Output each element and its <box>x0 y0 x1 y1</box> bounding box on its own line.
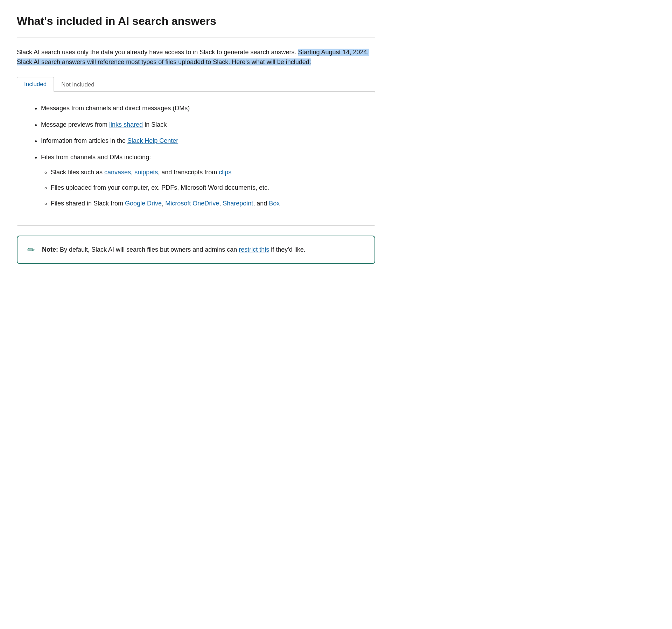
restrict-this-link[interactable]: restrict this <box>239 246 269 253</box>
note-body: By default, Slack AI will search files b… <box>58 246 239 253</box>
list-item: Message previews from links shared in Sl… <box>41 119 361 130</box>
note-label: Note: <box>42 246 58 253</box>
snippets-link[interactable]: snippets <box>134 169 158 176</box>
tab-content-area: Messages from channels and direct messag… <box>17 92 375 226</box>
clips-link[interactable]: clips <box>219 169 231 176</box>
item-text: Message previews from links shared in Sl… <box>41 121 167 128</box>
list-item: Messages from channels and direct messag… <box>41 103 361 114</box>
note-suffix: if they'd like. <box>269 246 305 253</box>
item-text: Files from channels and DMs including: <box>41 154 151 161</box>
tabs-nav: Included Not included <box>17 77 375 92</box>
note-box: ✏ Note: By default, Slack AI will search… <box>17 236 375 264</box>
links-shared-link[interactable]: links shared <box>109 121 143 128</box>
list-item: Files from channels and DMs including: S… <box>41 152 361 209</box>
tab-included[interactable]: Included <box>17 77 54 92</box>
sub-list: Slack files such as canvases, snippets, … <box>41 167 361 209</box>
box-link[interactable]: Box <box>269 200 280 207</box>
sub-item-text: Slack files such as canvases, snippets, … <box>51 169 231 176</box>
page-title: What's included in AI search answers <box>17 14 375 29</box>
item-text: Messages from channels and direct messag… <box>41 105 190 112</box>
sub-list-item: Slack files such as canvases, snippets, … <box>51 167 361 178</box>
google-drive-link[interactable]: Google Drive <box>125 200 162 207</box>
note-text: Note: By default, Slack AI will search f… <box>42 245 306 255</box>
microsoft-onedrive-link[interactable]: Microsoft OneDrive <box>165 200 219 207</box>
sharepoint-link[interactable]: Sharepoint <box>223 200 253 207</box>
list-item: Information from articles in the Slack H… <box>41 135 361 146</box>
slack-help-center-link[interactable]: Slack Help Center <box>127 137 178 144</box>
sub-list-item: Files shared in Slack from Google Drive,… <box>51 198 361 209</box>
canvases-link[interactable]: canvases <box>104 169 131 176</box>
sub-item-text: Files shared in Slack from Google Drive,… <box>51 200 280 207</box>
tabs-container: Included Not included Messages from chan… <box>17 77 375 226</box>
section-divider <box>17 37 375 37</box>
sub-list-item: Files uploaded from your computer, ex. P… <box>51 182 361 193</box>
pencil-icon: ✏ <box>27 245 35 254</box>
panel-included: Messages from channels and direct messag… <box>31 103 361 209</box>
tab-not-included[interactable]: Not included <box>54 77 102 92</box>
intro-text-plain: Slack AI search uses only the data you a… <box>17 49 298 56</box>
sub-item-text: Files uploaded from your computer, ex. P… <box>51 184 269 191</box>
item-text: Information from articles in the Slack H… <box>41 137 178 144</box>
intro-paragraph: Slack AI search uses only the data you a… <box>17 47 375 68</box>
included-list: Messages from channels and direct messag… <box>31 103 361 209</box>
